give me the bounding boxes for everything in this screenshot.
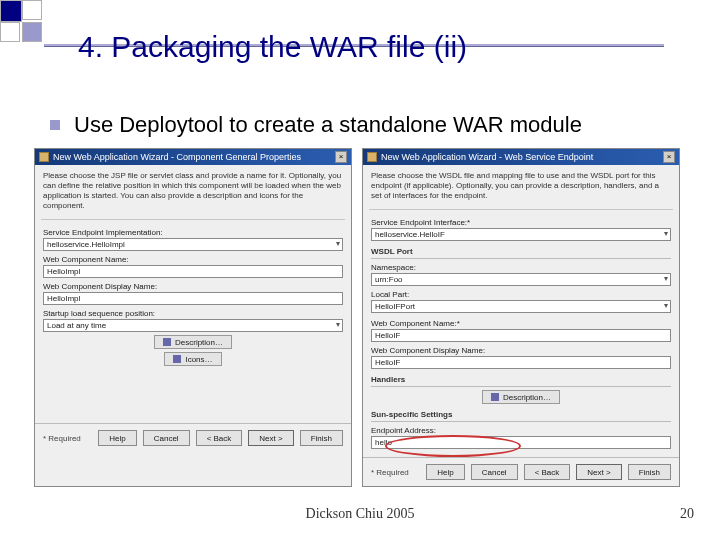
- startup-sequence-label: Startup load sequence position:: [43, 309, 343, 318]
- bullet-text: Use Deploytool to create a standalone WA…: [74, 112, 582, 138]
- namespace-select[interactable]: urn:Foo: [371, 273, 671, 286]
- finish-button[interactable]: Finish: [300, 430, 343, 446]
- help-button[interactable]: Help: [426, 464, 464, 480]
- service-endpoint-interface-select[interactable]: helloservice.HelloIF: [371, 228, 671, 241]
- slide-title: 4. Packaging the WAR file (ii): [78, 30, 467, 64]
- icons-button[interactable]: Icons…: [164, 352, 221, 366]
- dialog-description: Please choose the WSDL file and mapping …: [363, 165, 679, 207]
- close-icon[interactable]: ×: [663, 151, 675, 163]
- next-button[interactable]: Next >: [248, 430, 293, 446]
- description-button[interactable]: Description…: [482, 390, 560, 404]
- service-endpoint-impl-label: Service Endpoint Implementation:: [43, 228, 343, 237]
- local-part-label: Local Part:: [371, 290, 671, 299]
- cancel-button[interactable]: Cancel: [471, 464, 518, 480]
- dialog-description: Please choose the JSP file or servlet cl…: [35, 165, 351, 217]
- image-icon: [173, 355, 181, 363]
- required-note: * Required: [371, 468, 409, 477]
- java-cup-icon: [39, 152, 49, 162]
- local-part-select[interactable]: HelloIFPort: [371, 300, 671, 313]
- namespace-label: Namespace:: [371, 263, 671, 272]
- web-component-name-label: Web Component Name:: [43, 255, 343, 264]
- endpoint-address-input[interactable]: hello: [371, 436, 671, 449]
- titlebar-left: New Web Application Wizard - Component G…: [35, 149, 351, 165]
- close-icon[interactable]: ×: [335, 151, 347, 163]
- help-button[interactable]: Help: [98, 430, 136, 446]
- next-button[interactable]: Next >: [576, 464, 621, 480]
- wizard-general-properties: New Web Application Wizard - Component G…: [34, 148, 352, 487]
- web-component-name-input[interactable]: HelloIF: [371, 329, 671, 342]
- required-note: * Required: [43, 434, 81, 443]
- finish-button[interactable]: Finish: [628, 464, 671, 480]
- java-cup-icon: [367, 152, 377, 162]
- titlebar-right: New Web Application Wizard - Web Service…: [363, 149, 679, 165]
- web-component-name-input[interactable]: HelloImpl: [43, 265, 343, 278]
- web-component-name-label: Web Component Name:*: [371, 319, 671, 328]
- handlers-heading: Handlers: [371, 373, 671, 387]
- endpoint-address-label: Endpoint Address:: [371, 426, 671, 435]
- sun-settings-heading: Sun-specific Settings: [371, 408, 671, 422]
- web-component-display-input[interactable]: HelloIF: [371, 356, 671, 369]
- bullet-icon: [50, 120, 60, 130]
- startup-sequence-select[interactable]: Load at any time: [43, 319, 343, 332]
- titlebar-text: New Web Application Wizard - Component G…: [53, 152, 301, 162]
- footer-credit: Dickson Chiu 2005: [0, 506, 720, 522]
- service-endpoint-impl-select[interactable]: helloservice.HelloImpl: [43, 238, 343, 251]
- back-button[interactable]: < Back: [196, 430, 243, 446]
- cancel-button[interactable]: Cancel: [143, 430, 190, 446]
- service-endpoint-interface-label: Service Endpoint Interface:*: [371, 218, 671, 227]
- wsdl-port-heading: WSDL Port: [371, 245, 671, 259]
- page-number: 20: [680, 506, 694, 522]
- web-component-display-input[interactable]: HelloImpl: [43, 292, 343, 305]
- back-button[interactable]: < Back: [524, 464, 571, 480]
- doc-icon: [163, 338, 171, 346]
- titlebar-text: New Web Application Wizard - Web Service…: [381, 152, 593, 162]
- doc-icon: [491, 393, 499, 401]
- web-component-display-label: Web Component Display Name:: [43, 282, 343, 291]
- wizard-web-service-endpoint: New Web Application Wizard - Web Service…: [362, 148, 680, 487]
- web-component-display-label: Web Component Display Name:: [371, 346, 671, 355]
- description-button[interactable]: Description…: [154, 335, 232, 349]
